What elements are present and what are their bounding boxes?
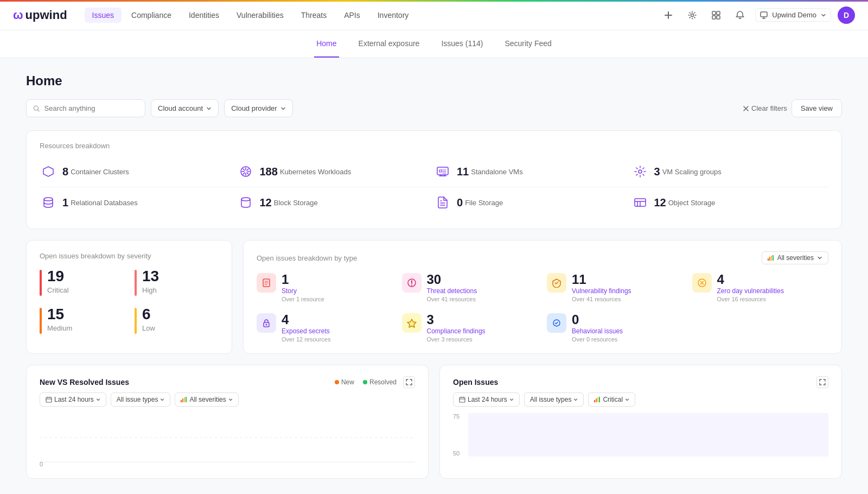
type-story: 1 Story Over 1 resource [257,273,393,302]
time-filter-button[interactable]: Last 24 hours [40,392,106,407]
search-box[interactable] [26,99,145,117]
chart-legend: New Resolved [335,378,397,386]
clear-filters-button[interactable]: Clear filters [743,104,787,112]
user-menu[interactable]: Upwind Demo [755,8,831,22]
new-vs-resolved-card: New VS Resolved Issues New Resolved [26,365,429,479]
search-input[interactable] [44,104,138,112]
svg-rect-32 [597,397,598,402]
type-card-title: Open issues breakdown by type [257,254,357,262]
story-icon [257,273,276,293]
type-threat-detections: 30 Threat detections Over 41 resources [402,273,539,302]
svg-point-21 [266,324,267,326]
issues-section: Open issues breakdown by severity 19 Cri… [26,240,842,354]
chevron-down-icon [280,106,286,111]
nav-compliance[interactable]: Compliance [124,8,179,23]
severity-high: 13 High [135,269,219,296]
resource-item-vm-scaling: 3 VM Scaling groups [631,156,829,187]
add-icon[interactable] [660,7,677,24]
all-severities-button[interactable]: All severities [762,251,828,264]
oi-time-filter-button[interactable]: Last 24 hours [453,392,520,407]
resource-item-container-clusters: 8 Container Clusters [40,156,237,187]
object-storage-icon [631,194,649,211]
resource-item-info: 8 Container Clusters [62,166,129,178]
resource-item-info: 0 File Storage [457,197,503,209]
chart-controls: Last 24 hours All issue types All severi… [40,392,415,407]
oi-type-filter-button[interactable]: All issue types [524,392,584,407]
resources-grid: 8 Container Clusters 188 Kubernetes Work… [40,156,828,218]
layout-icon[interactable] [707,7,725,24]
resource-item-info: 3 VM Scaling groups [654,166,722,178]
svg-point-9 [639,170,642,173]
secrets-icon [257,313,276,333]
high-bar [135,270,137,296]
filter-actions: Clear filters Save view [743,99,842,117]
kubernetes-icon [237,163,254,180]
nav-identities[interactable]: Identities [181,8,227,23]
chevron-down-icon [573,397,578,402]
open-issues-card: Open Issues Last 24 hours All issue type… [439,365,842,479]
calendar-icon [459,396,465,403]
file-storage-icon [434,194,451,211]
chevron-down-icon [625,397,629,402]
svg-point-10 [44,198,53,201]
svg-rect-14 [769,257,770,261]
chevron-down-icon [160,397,164,402]
expand-chart-icon[interactable] [403,376,415,388]
save-view-button[interactable]: Save view [792,99,842,117]
cloud-provider-filter[interactable]: Cloud provider [224,99,293,117]
severity-critical: 19 Critical [40,269,124,296]
svg-rect-4 [717,16,720,19]
chart-header: New VS Resolved Issues New Resolved [40,376,415,388]
low-bar [135,308,137,334]
nav-apis[interactable]: APIs [336,8,368,23]
legend-resolved: Resolved [363,378,397,386]
subnav-external-exposure[interactable]: External exposure [356,30,422,58]
nav-inventory[interactable]: Inventory [370,8,417,23]
main-content: Home Cloud account Cloud provider Clear … [0,58,868,494]
logo-mark: ω [13,8,23,22]
chart-svg [40,413,415,467]
chevron-down-icon [821,12,826,18]
subnav: Home External exposure Issues (114) Secu… [0,30,868,58]
resource-item-standalone-vms: 11 Standalone VMs [434,156,631,187]
svg-rect-33 [599,397,600,402]
settings-icon[interactable] [684,7,701,24]
type-compliance: 3 Compliance findings Over 3 resources [402,313,539,343]
vm-scaling-icon [631,163,649,180]
calendar-icon [46,396,52,403]
vm-icon [434,163,451,180]
nav-vulnerabilities[interactable]: Vulnerabilities [229,8,291,23]
logo[interactable]: ω upwind [13,8,67,22]
svg-rect-24 [182,398,183,402]
chevron-down-icon [228,397,233,402]
svg-rect-30 [594,400,595,402]
expand-open-issues-icon[interactable] [816,376,828,388]
chevron-down-icon [96,397,100,402]
resource-item-info: 1 Relational Databases [62,197,138,209]
avatar[interactable]: D [838,7,855,24]
behavioral-icon [547,313,566,333]
topbar-right: Upwind Demo D [660,7,855,24]
nav-issues[interactable]: Issues [85,8,122,23]
severity-icon [181,397,187,402]
type-filter-button[interactable]: All issue types [111,392,171,407]
notifications-icon[interactable] [731,7,749,24]
resource-item-info: 11 Standalone VMs [457,166,523,178]
subnav-security-feed[interactable]: Security Feed [502,30,553,58]
subnav-home[interactable]: Home [314,30,339,58]
critical-bar [40,270,42,296]
svg-rect-2 [717,11,720,15]
type-behavioral: 0 Behavioral issues Over 0 resources [547,313,684,343]
nav-threats[interactable]: Threats [293,8,334,23]
cloud-account-filter[interactable]: Cloud account [151,99,219,117]
block-storage-icon [237,194,254,211]
new-vs-resolved-chart: 0 [40,413,415,467]
bottom-section: New VS Resolved Issues New Resolved [26,365,842,479]
subnav-issues[interactable]: Issues (114) [439,30,485,58]
severity-filter-button[interactable]: All severities [175,392,238,407]
resources-card: Resources breakdown 8 Container Clusters [26,130,842,229]
severity-medium: 15 Medium [40,307,124,334]
svg-point-11 [241,198,250,201]
chevron-down-icon [817,255,822,261]
oi-severity-filter-button[interactable]: Critical [588,392,635,407]
